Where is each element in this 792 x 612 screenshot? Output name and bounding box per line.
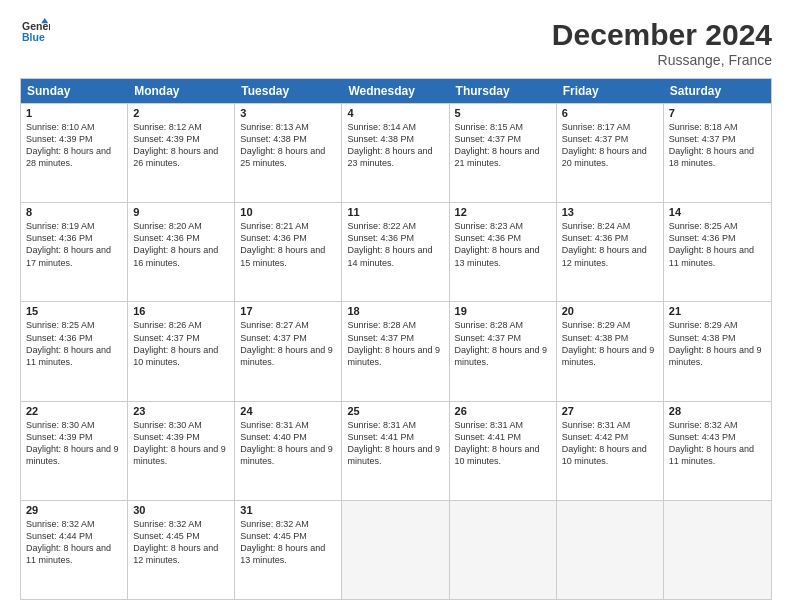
week-row-1: 1Sunrise: 8:10 AMSunset: 4:39 PMDaylight… bbox=[21, 103, 771, 202]
cal-cell: 21Sunrise: 8:29 AMSunset: 4:38 PMDayligh… bbox=[664, 302, 771, 400]
day-info: Sunrise: 8:31 AMSunset: 4:40 PMDaylight:… bbox=[240, 420, 333, 466]
cal-cell bbox=[557, 501, 664, 599]
day-number: 7 bbox=[669, 107, 766, 119]
cal-cell: 24Sunrise: 8:31 AMSunset: 4:40 PMDayligh… bbox=[235, 402, 342, 500]
day-info: Sunrise: 8:25 AMSunset: 4:36 PMDaylight:… bbox=[669, 221, 754, 267]
cal-cell: 2Sunrise: 8:12 AMSunset: 4:39 PMDaylight… bbox=[128, 104, 235, 202]
day-info: Sunrise: 8:23 AMSunset: 4:36 PMDaylight:… bbox=[455, 221, 540, 267]
cal-cell: 14Sunrise: 8:25 AMSunset: 4:36 PMDayligh… bbox=[664, 203, 771, 301]
header-cell-monday: Monday bbox=[128, 79, 235, 103]
day-number: 6 bbox=[562, 107, 658, 119]
day-number: 17 bbox=[240, 305, 336, 317]
day-number: 22 bbox=[26, 405, 122, 417]
day-number: 27 bbox=[562, 405, 658, 417]
logo-icon: General Blue bbox=[22, 18, 50, 46]
main-title: December 2024 bbox=[552, 18, 772, 52]
cal-cell: 6Sunrise: 8:17 AMSunset: 4:37 PMDaylight… bbox=[557, 104, 664, 202]
cal-cell: 10Sunrise: 8:21 AMSunset: 4:36 PMDayligh… bbox=[235, 203, 342, 301]
day-number: 31 bbox=[240, 504, 336, 516]
cal-cell: 20Sunrise: 8:29 AMSunset: 4:38 PMDayligh… bbox=[557, 302, 664, 400]
cal-cell: 12Sunrise: 8:23 AMSunset: 4:36 PMDayligh… bbox=[450, 203, 557, 301]
day-number: 26 bbox=[455, 405, 551, 417]
day-number: 29 bbox=[26, 504, 122, 516]
cal-cell: 13Sunrise: 8:24 AMSunset: 4:36 PMDayligh… bbox=[557, 203, 664, 301]
title-block: December 2024 Russange, France bbox=[552, 18, 772, 68]
day-info: Sunrise: 8:22 AMSunset: 4:36 PMDaylight:… bbox=[347, 221, 432, 267]
subtitle: Russange, France bbox=[552, 52, 772, 68]
header-cell-saturday: Saturday bbox=[664, 79, 771, 103]
cal-cell: 7Sunrise: 8:18 AMSunset: 4:37 PMDaylight… bbox=[664, 104, 771, 202]
day-number: 28 bbox=[669, 405, 766, 417]
cal-cell: 8Sunrise: 8:19 AMSunset: 4:36 PMDaylight… bbox=[21, 203, 128, 301]
cal-cell bbox=[450, 501, 557, 599]
week-row-4: 22Sunrise: 8:30 AMSunset: 4:39 PMDayligh… bbox=[21, 401, 771, 500]
svg-text:Blue: Blue bbox=[22, 31, 45, 43]
day-number: 25 bbox=[347, 405, 443, 417]
day-number: 13 bbox=[562, 206, 658, 218]
calendar-header: SundayMondayTuesdayWednesdayThursdayFrid… bbox=[21, 79, 771, 103]
day-info: Sunrise: 8:27 AMSunset: 4:37 PMDaylight:… bbox=[240, 320, 333, 366]
day-number: 8 bbox=[26, 206, 122, 218]
cal-cell: 4Sunrise: 8:14 AMSunset: 4:38 PMDaylight… bbox=[342, 104, 449, 202]
day-number: 24 bbox=[240, 405, 336, 417]
day-info: Sunrise: 8:28 AMSunset: 4:37 PMDaylight:… bbox=[347, 320, 440, 366]
cal-cell: 27Sunrise: 8:31 AMSunset: 4:42 PMDayligh… bbox=[557, 402, 664, 500]
week-row-3: 15Sunrise: 8:25 AMSunset: 4:36 PMDayligh… bbox=[21, 301, 771, 400]
day-number: 4 bbox=[347, 107, 443, 119]
day-info: Sunrise: 8:17 AMSunset: 4:37 PMDaylight:… bbox=[562, 122, 647, 168]
day-number: 12 bbox=[455, 206, 551, 218]
day-info: Sunrise: 8:30 AMSunset: 4:39 PMDaylight:… bbox=[26, 420, 119, 466]
day-number: 20 bbox=[562, 305, 658, 317]
day-info: Sunrise: 8:31 AMSunset: 4:41 PMDaylight:… bbox=[347, 420, 440, 466]
day-number: 18 bbox=[347, 305, 443, 317]
cal-cell: 18Sunrise: 8:28 AMSunset: 4:37 PMDayligh… bbox=[342, 302, 449, 400]
day-info: Sunrise: 8:15 AMSunset: 4:37 PMDaylight:… bbox=[455, 122, 540, 168]
day-info: Sunrise: 8:31 AMSunset: 4:42 PMDaylight:… bbox=[562, 420, 647, 466]
header: General Blue December 2024 Russange, Fra… bbox=[20, 18, 772, 68]
cal-cell: 28Sunrise: 8:32 AMSunset: 4:43 PMDayligh… bbox=[664, 402, 771, 500]
day-info: Sunrise: 8:32 AMSunset: 4:45 PMDaylight:… bbox=[133, 519, 218, 565]
day-info: Sunrise: 8:29 AMSunset: 4:38 PMDaylight:… bbox=[669, 320, 762, 366]
day-info: Sunrise: 8:25 AMSunset: 4:36 PMDaylight:… bbox=[26, 320, 111, 366]
header-cell-wednesday: Wednesday bbox=[342, 79, 449, 103]
day-info: Sunrise: 8:30 AMSunset: 4:39 PMDaylight:… bbox=[133, 420, 226, 466]
day-info: Sunrise: 8:12 AMSunset: 4:39 PMDaylight:… bbox=[133, 122, 218, 168]
day-info: Sunrise: 8:29 AMSunset: 4:38 PMDaylight:… bbox=[562, 320, 655, 366]
day-number: 10 bbox=[240, 206, 336, 218]
day-info: Sunrise: 8:32 AMSunset: 4:45 PMDaylight:… bbox=[240, 519, 325, 565]
cal-cell: 16Sunrise: 8:26 AMSunset: 4:37 PMDayligh… bbox=[128, 302, 235, 400]
day-number: 16 bbox=[133, 305, 229, 317]
day-info: Sunrise: 8:13 AMSunset: 4:38 PMDaylight:… bbox=[240, 122, 325, 168]
cal-cell: 17Sunrise: 8:27 AMSunset: 4:37 PMDayligh… bbox=[235, 302, 342, 400]
calendar: SundayMondayTuesdayWednesdayThursdayFrid… bbox=[20, 78, 772, 600]
cal-cell: 22Sunrise: 8:30 AMSunset: 4:39 PMDayligh… bbox=[21, 402, 128, 500]
cal-cell: 25Sunrise: 8:31 AMSunset: 4:41 PMDayligh… bbox=[342, 402, 449, 500]
cal-cell: 9Sunrise: 8:20 AMSunset: 4:36 PMDaylight… bbox=[128, 203, 235, 301]
cal-cell: 30Sunrise: 8:32 AMSunset: 4:45 PMDayligh… bbox=[128, 501, 235, 599]
cal-cell: 23Sunrise: 8:30 AMSunset: 4:39 PMDayligh… bbox=[128, 402, 235, 500]
header-cell-tuesday: Tuesday bbox=[235, 79, 342, 103]
day-number: 23 bbox=[133, 405, 229, 417]
logo: General Blue bbox=[20, 18, 50, 50]
day-number: 19 bbox=[455, 305, 551, 317]
header-cell-friday: Friday bbox=[557, 79, 664, 103]
day-number: 9 bbox=[133, 206, 229, 218]
day-number: 14 bbox=[669, 206, 766, 218]
day-info: Sunrise: 8:28 AMSunset: 4:37 PMDaylight:… bbox=[455, 320, 548, 366]
cal-cell: 15Sunrise: 8:25 AMSunset: 4:36 PMDayligh… bbox=[21, 302, 128, 400]
day-number: 21 bbox=[669, 305, 766, 317]
day-number: 30 bbox=[133, 504, 229, 516]
cal-cell: 26Sunrise: 8:31 AMSunset: 4:41 PMDayligh… bbox=[450, 402, 557, 500]
day-info: Sunrise: 8:20 AMSunset: 4:36 PMDaylight:… bbox=[133, 221, 218, 267]
day-info: Sunrise: 8:19 AMSunset: 4:36 PMDaylight:… bbox=[26, 221, 111, 267]
day-info: Sunrise: 8:21 AMSunset: 4:36 PMDaylight:… bbox=[240, 221, 325, 267]
cal-cell: 11Sunrise: 8:22 AMSunset: 4:36 PMDayligh… bbox=[342, 203, 449, 301]
cal-cell: 29Sunrise: 8:32 AMSunset: 4:44 PMDayligh… bbox=[21, 501, 128, 599]
calendar-body: 1Sunrise: 8:10 AMSunset: 4:39 PMDaylight… bbox=[21, 103, 771, 599]
cal-cell: 5Sunrise: 8:15 AMSunset: 4:37 PMDaylight… bbox=[450, 104, 557, 202]
day-number: 2 bbox=[133, 107, 229, 119]
day-info: Sunrise: 8:24 AMSunset: 4:36 PMDaylight:… bbox=[562, 221, 647, 267]
cal-cell: 1Sunrise: 8:10 AMSunset: 4:39 PMDaylight… bbox=[21, 104, 128, 202]
day-info: Sunrise: 8:14 AMSunset: 4:38 PMDaylight:… bbox=[347, 122, 432, 168]
day-number: 15 bbox=[26, 305, 122, 317]
